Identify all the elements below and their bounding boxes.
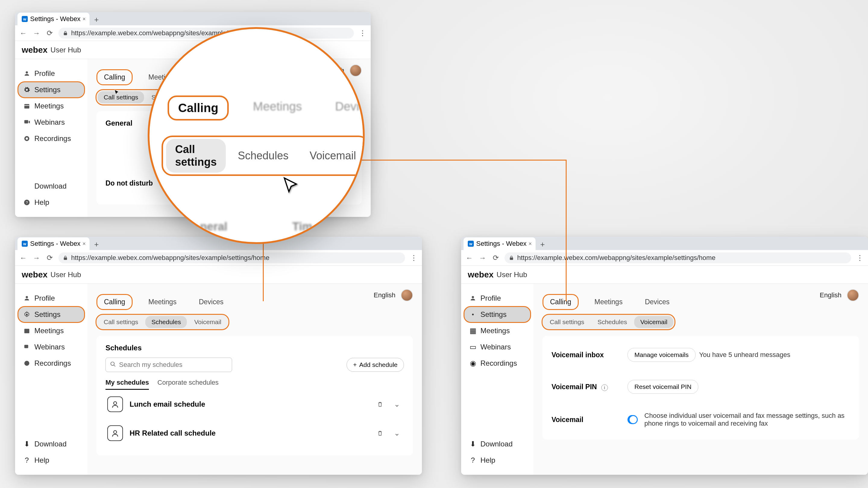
webex-favicon-icon: w xyxy=(22,16,28,22)
url-field[interactable]: https://example.webex.com/webappng/sites… xyxy=(504,253,851,263)
subtab-call-settings[interactable]: Call settings xyxy=(98,91,144,103)
close-tab-icon[interactable]: × xyxy=(81,16,87,22)
voicemail-toggle[interactable] xyxy=(627,415,638,424)
sidebar-item-help[interactable]: ? Help xyxy=(18,195,84,210)
sidebar-label: Settings xyxy=(34,310,61,319)
brand-sub: User Hub xyxy=(51,270,81,279)
svg-point-11 xyxy=(24,361,30,366)
avatar[interactable] xyxy=(847,289,859,301)
sidebar-item-meetings[interactable]: ▦Meetings xyxy=(464,323,530,338)
back-icon[interactable]: ← xyxy=(465,253,474,262)
subtab-voicemail[interactable]: Voicemail xyxy=(188,316,227,328)
tab-calling[interactable]: Calling xyxy=(96,294,133,310)
sidebar-item-meetings[interactable]: Meetings xyxy=(18,323,84,338)
reload-icon[interactable]: ⟳ xyxy=(45,253,54,262)
browser-tab[interactable]: w Settings - Webex × xyxy=(464,237,535,250)
sidebar-item-help[interactable]: ?Help xyxy=(464,452,530,468)
language-selector[interactable]: English xyxy=(374,291,396,299)
search-input-field[interactable] xyxy=(119,361,227,369)
secondary-tabs: Call settings Schedules Voicemail xyxy=(542,315,675,329)
svg-rect-2 xyxy=(24,120,28,124)
sidebar-item-settings[interactable]: Settings xyxy=(464,307,530,322)
voicemail-panel: Voicemail inbox Manage voicemails You ha… xyxy=(542,336,859,440)
reload-icon[interactable]: ⟳ xyxy=(45,29,54,38)
browser-tab[interactable]: w Settings - Webex × xyxy=(18,237,90,250)
new-tab-button[interactable]: + xyxy=(538,240,547,249)
tab-meetings[interactable]: Meetings xyxy=(142,295,183,309)
brand-logo: webex xyxy=(468,270,494,280)
browser-menu-icon[interactable]: ⋮ xyxy=(855,254,864,262)
subtab-schedules[interactable]: Schedules xyxy=(591,316,633,328)
sidebar-item-webinars[interactable]: Webinars xyxy=(18,115,84,130)
new-tab-button[interactable]: + xyxy=(92,240,101,249)
sidebar-item-webinars[interactable]: Webinars xyxy=(18,339,84,355)
avatar[interactable] xyxy=(401,289,413,301)
reset-pin-button[interactable]: Reset voicemail PIN xyxy=(627,380,698,394)
sidebar-item-settings[interactable]: Settings xyxy=(18,82,84,98)
browser-tab[interactable]: w Settings - Webex × xyxy=(18,13,90,25)
url-field[interactable]: https://example.webex.com/webappng/sites… xyxy=(59,28,354,38)
subtab-voicemail[interactable]: Voicemail xyxy=(634,316,673,328)
tab-devices[interactable]: Devices xyxy=(638,295,676,309)
svg-point-0 xyxy=(26,71,28,73)
mag-blur-text: neral xyxy=(200,220,227,233)
chevron-down-icon[interactable]: ⌄ xyxy=(392,428,402,438)
subtab-call-settings[interactable]: Call settings xyxy=(98,316,144,328)
sidebar-item-recordings[interactable]: Recordings xyxy=(18,355,84,371)
avatar[interactable] xyxy=(350,64,362,76)
tab-meetings[interactable]: Meetings xyxy=(588,295,629,309)
schedule-row[interactable]: Lunch email schedule ⌄ xyxy=(105,390,404,419)
svg-rect-1 xyxy=(24,104,30,109)
sidebar-item-webinars[interactable]: ▭Webinars xyxy=(464,339,530,355)
manage-voicemails-button[interactable]: Manage voicemails xyxy=(627,348,695,362)
tab-devices[interactable]: Devices xyxy=(192,295,230,309)
sidebar-item-meetings[interactable]: Meetings xyxy=(18,98,84,114)
language-selector[interactable]: English xyxy=(820,291,841,299)
sidebar-item-profile[interactable]: Profile xyxy=(18,66,84,82)
close-tab-icon[interactable]: × xyxy=(81,241,87,247)
delete-icon[interactable] xyxy=(375,428,385,438)
sidebar-item-recordings[interactable]: Recordings xyxy=(18,131,84,147)
forward-icon[interactable]: → xyxy=(32,253,41,262)
schedule-subtabs: My schedules Corporate schedules xyxy=(105,379,404,390)
chevron-down-icon[interactable]: ⌄ xyxy=(392,399,402,410)
person-schedule-icon xyxy=(107,396,123,412)
primary-tabs: Calling Meetings Devices xyxy=(542,294,859,310)
forward-icon[interactable]: → xyxy=(478,253,487,262)
delete-icon[interactable] xyxy=(375,399,385,410)
subtab-schedules[interactable]: Schedules xyxy=(145,316,187,328)
forward-icon[interactable]: → xyxy=(32,29,41,38)
new-tab-button[interactable]: + xyxy=(92,15,101,24)
subtab-corporate-schedules[interactable]: Corporate schedules xyxy=(157,379,218,390)
calendar-icon xyxy=(23,102,31,110)
sidebar-item-profile[interactable]: Profile xyxy=(18,290,84,306)
sidebar-item-profile[interactable]: Profile xyxy=(464,290,530,306)
sidebar-item-download[interactable]: ⬇Download xyxy=(18,436,84,452)
mag-tab-meetings: Meetings xyxy=(244,96,311,121)
subtab-my-schedules[interactable]: My schedules xyxy=(105,379,149,390)
help-icon: ? xyxy=(23,198,31,206)
sidebar-label: Help xyxy=(34,456,49,464)
url-field[interactable]: https://example.webex.com/webappng/sites… xyxy=(59,253,405,263)
back-icon[interactable]: ← xyxy=(19,29,28,38)
sidebar-item-download[interactable]: Download xyxy=(18,178,84,194)
add-schedule-button[interactable]: + Add schedule xyxy=(347,358,404,372)
back-icon[interactable]: ← xyxy=(19,253,28,262)
search-schedules-input[interactable] xyxy=(105,358,232,372)
sidebar-item-help[interactable]: ?Help xyxy=(18,452,84,468)
close-tab-icon[interactable]: × xyxy=(527,241,533,247)
webex-favicon-icon: w xyxy=(22,241,28,247)
sidebar-item-settings[interactable]: Settings xyxy=(18,307,84,322)
subtab-call-settings[interactable]: Call settings xyxy=(544,316,590,328)
browser-menu-icon[interactable]: ⋮ xyxy=(358,29,367,37)
schedule-row[interactable]: HR Related call schedule ⌄ xyxy=(105,419,404,448)
gear-icon xyxy=(23,311,31,318)
tab-calling[interactable]: Calling xyxy=(542,294,579,310)
tab-calling[interactable]: Calling xyxy=(96,69,133,85)
sidebar-item-recordings[interactable]: ◉Recordings xyxy=(464,355,530,371)
sidebar-item-download[interactable]: ⬇Download xyxy=(464,436,530,452)
reload-icon[interactable]: ⟳ xyxy=(491,253,500,262)
info-icon[interactable]: i xyxy=(601,384,608,391)
browser-menu-icon[interactable]: ⋮ xyxy=(409,254,418,262)
sidebar-label: Download xyxy=(34,440,67,448)
